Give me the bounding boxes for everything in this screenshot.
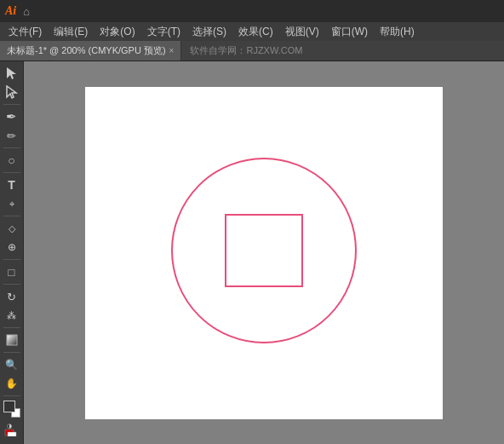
active-tab[interactable]: 未标题-1* @ 200% (CMYK/GPU 预览) × [0,41,181,61]
ai-logo: Ai [3,4,18,18]
title-bar: Ai ⌂ [0,0,504,22]
tool-rotate[interactable]: ↻ [3,288,21,305]
tool-rect[interactable]: □ [3,263,21,280]
svg-rect-2 [7,335,17,345]
shapes-svg [85,87,443,419]
tool-ellipse[interactable]: ○ [3,152,21,169]
tool-pencil[interactable]: ✏ [3,127,21,144]
foreground-color-box[interactable] [3,401,15,412]
svg-text:◑: ◑ [7,423,12,429]
tool-gradient[interactable] [3,332,21,349]
tool-separator-6 [3,284,20,285]
tool-blend[interactable]: ⁂ [3,307,21,324]
menu-file[interactable]: 文件(F) [3,23,47,41]
artboard [85,87,443,419]
tool-separator-7 [3,327,20,328]
menu-edit[interactable]: 编辑(E) [49,23,93,41]
tool-separator-9 [3,395,20,396]
svg-rect-4 [8,432,16,436]
tool-zoom-select[interactable]: ⊕ [3,239,21,256]
tool-zoom[interactable]: 🔍 [3,356,21,373]
tool-separator-4 [3,216,20,216]
svg-marker-0 [7,67,16,79]
tool-separator-1 [3,104,20,105]
tool-color-mode[interactable]: ◑ [3,420,21,437]
menu-effect[interactable]: 效果(C) [233,23,278,41]
tab-close-button[interactable]: × [169,46,175,55]
menu-help[interactable]: 帮助(H) [375,23,420,41]
menu-view[interactable]: 视图(V) [280,23,324,41]
menu-select[interactable]: 选择(S) [187,23,232,41]
menu-text[interactable]: 文字(T) [142,23,186,41]
tool-eraser[interactable]: ◇ [3,220,21,237]
tab-bar: 未标题-1* @ 200% (CMYK/GPU 预览) × 软件自学网：RJZX… [0,41,504,61]
svg-marker-1 [7,86,16,98]
menu-bar: 文件(F) 编辑(E) 对象(O) 文字(T) 选择(S) 效果(C) 视图(V… [0,22,504,41]
tool-separator-2 [3,147,20,148]
canvas-area[interactable] [24,61,504,444]
menu-object[interactable]: 对象(O) [94,23,140,41]
tab-title: 未标题-1* @ 200% (CMYK/GPU 预览) [7,44,166,57]
rectangle-shape [226,215,302,286]
menu-window[interactable]: 窗口(W) [326,23,373,41]
tool-separator-3 [3,172,20,173]
tool-color-selector[interactable] [3,400,21,418]
toolbar: ✒ ✏ ○ T ⌖ ◇ ⊕ □ ↻ ⁂ 🔍 [0,61,24,444]
tool-type[interactable]: T [3,176,21,193]
home-icon[interactable]: ⌂ [23,5,30,18]
tool-separator-8 [3,352,20,353]
circle-shape [172,159,356,343]
tool-separator-5 [3,259,20,260]
watermark-text: 软件自学网：RJZXW.COM [190,44,302,57]
tool-touch[interactable]: ⌖ [3,195,21,212]
main-area: ✒ ✏ ○ T ⌖ ◇ ⊕ □ ↻ ⁂ 🔍 [0,61,504,444]
tool-direct-select[interactable] [3,84,21,101]
tool-hand[interactable]: ✋ [3,375,21,392]
tool-pen[interactable]: ✒ [3,108,21,125]
tool-select[interactable] [3,65,21,82]
